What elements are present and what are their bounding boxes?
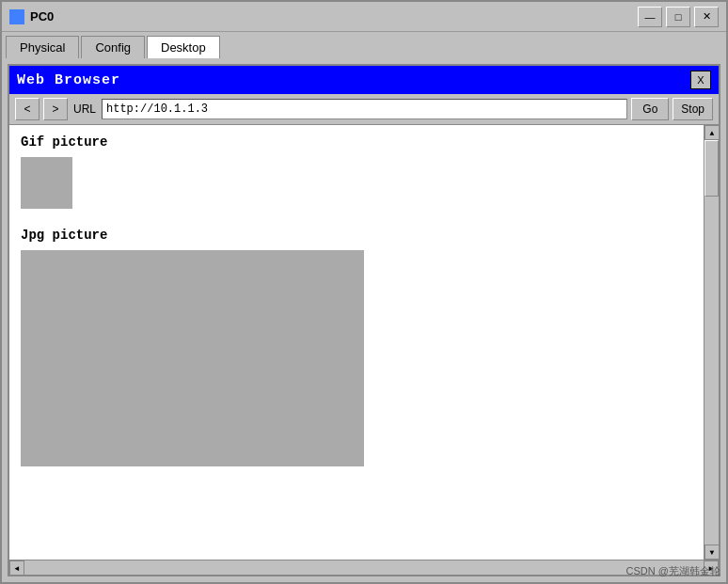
url-input[interactable]	[102, 99, 627, 119]
gif-image-placeholder	[21, 157, 72, 209]
browser-window: Web Browser X < > URL Go Stop Gif pictur…	[8, 64, 720, 576]
tabs-row: Physical Config Desktop	[2, 32, 726, 58]
go-button[interactable]: Go	[631, 98, 669, 120]
browser-content-wrapper: Gif picture Jpg picture ▲	[9, 125, 719, 560]
scroll-left-icon: ◄	[15, 564, 20, 573]
scroll-thumb[interactable]	[704, 140, 719, 197]
jpg-section: Jpg picture	[21, 228, 692, 466]
close-button[interactable]: ✕	[694, 7, 719, 27]
title-bar: PC0 — □ ✕	[2, 2, 726, 32]
url-label: URL	[73, 103, 96, 116]
horizontal-scrollbar: ◄ ►	[9, 560, 719, 575]
jpg-section-title: Jpg picture	[21, 228, 692, 243]
scroll-track[interactable]	[704, 140, 719, 545]
watermark: CSDN @芜湖韩金轮	[626, 564, 720, 578]
browser-toolbar: < > URL Go Stop	[9, 94, 719, 125]
tab-desktop[interactable]: Desktop	[147, 36, 220, 58]
scroll-down-button[interactable]: ▼	[704, 545, 719, 560]
main-window: PC0 — □ ✕ Physical Config Desktop Web Br…	[0, 0, 728, 584]
window-controls: — □ ✕	[638, 7, 719, 27]
scroll-up-icon: ▲	[710, 129, 715, 137]
scroll-up-button[interactable]: ▲	[704, 125, 719, 140]
app-icon	[9, 9, 24, 24]
window-title: PC0	[30, 9, 638, 24]
maximize-button[interactable]: □	[666, 7, 690, 27]
tab-config-label: Config	[95, 40, 131, 55]
tab-physical-label: Physical	[20, 40, 65, 55]
main-content: Web Browser X < > URL Go Stop Gif pictur…	[2, 58, 726, 582]
vertical-scrollbar: ▲ ▼	[704, 125, 719, 560]
scroll-down-icon: ▼	[710, 548, 715, 557]
browser-title-bar: Web Browser X	[9, 66, 719, 94]
tab-config[interactable]: Config	[81, 36, 145, 58]
browser-content: Gif picture Jpg picture	[9, 125, 704, 560]
back-button[interactable]: <	[15, 98, 40, 120]
jpg-image-placeholder	[21, 250, 364, 466]
minimize-button[interactable]: —	[638, 7, 662, 27]
gif-section-title: Gif picture	[21, 134, 692, 150]
browser-title: Web Browser	[17, 72, 120, 88]
stop-button[interactable]: Stop	[673, 98, 713, 120]
gif-section: Gif picture	[21, 134, 692, 209]
h-scroll-track[interactable]	[24, 560, 704, 575]
forward-button[interactable]: >	[43, 98, 68, 120]
scroll-left-button[interactable]: ◄	[9, 560, 24, 576]
tab-physical[interactable]: Physical	[6, 36, 79, 58]
tab-desktop-label: Desktop	[161, 40, 206, 55]
browser-close-button[interactable]: X	[690, 71, 711, 89]
